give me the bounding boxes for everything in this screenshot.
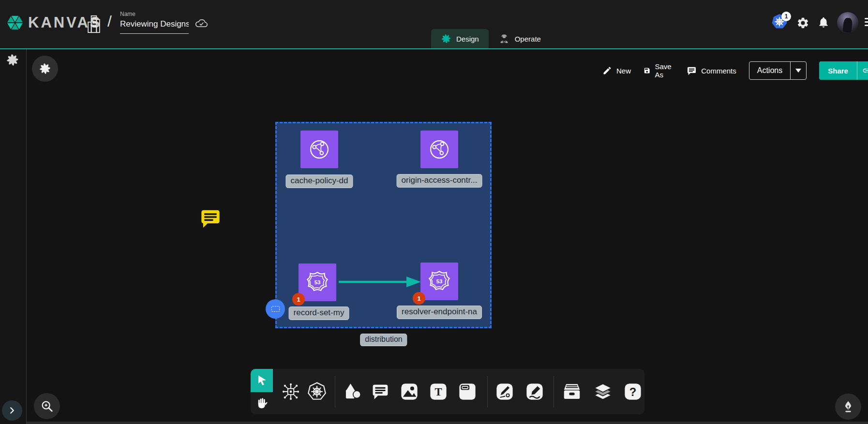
node-label-record-set[interactable]: record-set-my: [289, 307, 349, 320]
sketch-tool[interactable]: [524, 380, 546, 403]
comments-button[interactable]: Comments: [687, 66, 736, 76]
component-mesh-tool[interactable]: [280, 380, 302, 403]
node-record-set[interactable]: [299, 263, 336, 301]
hand-icon: [256, 397, 268, 409]
design-name-input[interactable]: [120, 17, 189, 34]
top-bar: KANVAS / Name: [0, 0, 868, 49]
caret-down-icon[interactable]: [791, 62, 806, 79]
image-icon: [400, 382, 419, 401]
zoom-in-button[interactable]: [34, 393, 60, 419]
new-button-label: New: [616, 67, 631, 75]
breadcrumb-separator: /: [107, 13, 112, 30]
tab-design-label: Design: [456, 35, 479, 43]
canvas-action-bar: New Save As Comments Actions Share: [602, 61, 868, 80]
bell-icon[interactable]: [817, 16, 830, 30]
select-tool[interactable]: [251, 369, 273, 392]
design-name-field: Name: [120, 11, 189, 34]
zoom-in-icon: [40, 399, 54, 413]
layers-icon: [593, 382, 613, 401]
left-sidebar: [0, 49, 27, 424]
sidebar-expand-button[interactable]: [2, 400, 22, 421]
toolbar-divider: [335, 376, 335, 408]
shapes-icon: [343, 382, 361, 401]
mode-tabs: Design Operate: [431, 29, 551, 48]
pointer-tools-column: [251, 369, 273, 414]
gear-icon[interactable]: [796, 16, 809, 31]
question-mark-icon: ?: [624, 382, 642, 401]
pen-tool[interactable]: [494, 380, 516, 403]
name-field-label: Name: [120, 11, 189, 17]
layers-tool[interactable]: [592, 380, 614, 403]
design-pinwheel-icon: [441, 33, 451, 44]
bottom-toolbar: T: [251, 369, 644, 414]
text-tool[interactable]: T: [427, 380, 449, 403]
selection-handle-icon: [271, 306, 280, 312]
kubernetes-context-count-badge: 1: [781, 12, 791, 21]
node-origin-access-control[interactable]: [420, 131, 458, 168]
component-mesh-icon: [281, 382, 300, 401]
svg-text:?: ?: [629, 385, 637, 398]
pencil-icon: [602, 66, 612, 75]
bottom-edge-strip: [0, 422, 868, 424]
node-cache-policy[interactable]: [300, 131, 338, 168]
app-root: KANVAS / Name: [0, 0, 868, 424]
save-as-button[interactable]: Save As: [644, 62, 674, 79]
avatar[interactable]: [837, 12, 858, 33]
sketch-pencil-icon: [525, 382, 544, 401]
edge-record-set-to-resolver[interactable]: [338, 275, 423, 289]
node-label-origin-access-control[interactable]: origin-access-contr...: [397, 174, 482, 188]
operator-icon: [498, 33, 510, 44]
comments-button-label: Comments: [701, 67, 736, 75]
tab-operate-label: Operate: [515, 35, 541, 43]
comment-icon: [371, 382, 389, 401]
chevron-right-icon: [7, 405, 17, 416]
new-button[interactable]: New: [602, 66, 631, 75]
error-count-badge: 1: [413, 292, 425, 305]
shapes-tool[interactable]: [341, 380, 363, 403]
save-icon: [644, 66, 650, 75]
tab-operate[interactable]: Operate: [489, 29, 551, 48]
share-button[interactable]: Share: [819, 61, 868, 80]
svg-text:T: T: [434, 386, 442, 398]
kanvas-logo-icon: [6, 13, 24, 32]
pen-icon: [495, 382, 514, 401]
node-label-resolver-endpoint[interactable]: resolver-endpoint-na: [397, 306, 482, 319]
cloud-sync-check-icon[interactable]: [194, 18, 209, 30]
organization-building-icon[interactable]: [87, 14, 101, 36]
pen-nib-icon: [841, 400, 855, 413]
pen-mode-button[interactable]: [835, 394, 861, 420]
group-label-distribution[interactable]: distribution: [360, 334, 407, 346]
saved-designs-drawer-tool[interactable]: [561, 380, 583, 403]
comment-tool[interactable]: [369, 380, 391, 403]
copy-link-icon[interactable]: [857, 61, 868, 80]
tab-design[interactable]: Design: [431, 29, 489, 48]
share-button-label: Share: [819, 61, 857, 80]
sticky-frame-tool[interactable]: [456, 380, 479, 403]
actions-label: Actions: [749, 62, 790, 79]
route53-shield-icon: [305, 270, 330, 295]
cursor-arrow-icon: [255, 374, 268, 387]
route53-shield-icon: [427, 269, 452, 294]
comment-pin-icon: [199, 207, 222, 230]
kubernetes-tool[interactable]: [306, 380, 328, 403]
selection-handle[interactable]: [266, 299, 285, 319]
text-icon: T: [429, 382, 448, 401]
save-as-button-label: Save As: [655, 62, 674, 79]
image-tool[interactable]: [398, 380, 420, 403]
comment-pin[interactable]: [199, 207, 222, 232]
toolbar-divider: [487, 376, 488, 408]
error-count-badge: 1: [292, 293, 305, 306]
node-resolver-endpoint[interactable]: [420, 263, 458, 300]
node-label-cache-policy[interactable]: cache-policy-dd: [285, 175, 353, 188]
hamburger-menu-icon[interactable]: [865, 18, 868, 26]
canvas-pinwheel-button[interactable]: [32, 56, 58, 82]
actions-dropdown-button[interactable]: Actions: [749, 61, 807, 80]
drawer-icon: [562, 382, 582, 401]
toolbar-divider: [554, 376, 554, 408]
kubernetes-wheel-icon: [307, 381, 327, 402]
pan-tool[interactable]: [251, 392, 273, 414]
cloudfront-globe-icon: [307, 137, 332, 162]
meshery-pinwheel-icon[interactable]: [6, 53, 19, 69]
help-tool[interactable]: ?: [622, 380, 644, 403]
comment-icon: [687, 66, 697, 76]
